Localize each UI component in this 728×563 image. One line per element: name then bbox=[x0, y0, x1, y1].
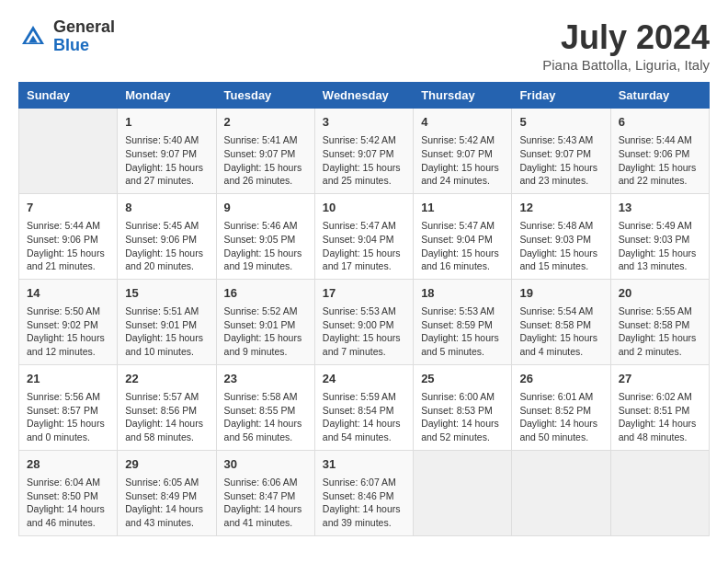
day-number: 7 bbox=[27, 200, 109, 216]
calendar-cell: 19Sunrise: 5:54 AM Sunset: 8:58 PM Dayli… bbox=[512, 279, 610, 364]
calendar-cell: 24Sunrise: 5:59 AM Sunset: 8:54 PM Dayli… bbox=[314, 364, 413, 450]
day-number: 23 bbox=[224, 371, 307, 387]
day-number: 30 bbox=[224, 456, 307, 473]
calendar-week: 21Sunrise: 5:56 AM Sunset: 8:57 PM Dayli… bbox=[19, 364, 710, 450]
day-number: 28 bbox=[27, 456, 109, 473]
day-number: 6 bbox=[619, 114, 701, 131]
calendar-cell: 13Sunrise: 5:49 AM Sunset: 9:03 PM Dayli… bbox=[610, 193, 709, 279]
logo-icon bbox=[18, 22, 48, 52]
calendar-cell: 8Sunrise: 5:45 AM Sunset: 9:06 PM Daylig… bbox=[118, 193, 216, 279]
day-number: 24 bbox=[323, 371, 405, 387]
day-number: 31 bbox=[323, 456, 405, 473]
day-info: Sunrise: 6:01 AM Sunset: 8:52 PM Dayligh… bbox=[519, 390, 602, 444]
day-number: 17 bbox=[323, 285, 405, 302]
day-info: Sunrise: 5:59 AM Sunset: 8:54 PM Dayligh… bbox=[323, 390, 405, 444]
day-info: Sunrise: 5:40 AM Sunset: 9:07 PM Dayligh… bbox=[125, 133, 208, 188]
logo-general: General bbox=[53, 17, 115, 36]
day-info: Sunrise: 5:51 AM Sunset: 9:01 PM Dayligh… bbox=[125, 304, 208, 359]
calendar-body: 1Sunrise: 5:40 AM Sunset: 9:07 PM Daylig… bbox=[19, 109, 710, 536]
day-number: 13 bbox=[619, 200, 701, 216]
day-info: Sunrise: 5:44 AM Sunset: 9:06 PM Dayligh… bbox=[619, 133, 701, 188]
calendar-cell: 3Sunrise: 5:42 AM Sunset: 9:07 PM Daylig… bbox=[314, 109, 413, 194]
calendar-cell: 14Sunrise: 5:50 AM Sunset: 9:02 PM Dayli… bbox=[19, 279, 118, 364]
day-number: 27 bbox=[619, 371, 701, 387]
calendar-cell: 20Sunrise: 5:55 AM Sunset: 8:58 PM Dayli… bbox=[610, 279, 709, 364]
day-header: Friday bbox=[512, 83, 610, 109]
calendar-cell: 22Sunrise: 5:57 AM Sunset: 8:56 PM Dayli… bbox=[118, 364, 216, 450]
day-info: Sunrise: 5:47 AM Sunset: 9:04 PM Dayligh… bbox=[421, 219, 504, 273]
day-header: Sunday bbox=[19, 83, 118, 109]
day-header: Wednesday bbox=[314, 83, 413, 109]
calendar-header: SundayMondayTuesdayWednesdayThursdayFrid… bbox=[19, 83, 710, 109]
day-header: Saturday bbox=[610, 83, 709, 109]
day-info: Sunrise: 5:53 AM Sunset: 8:59 PM Dayligh… bbox=[421, 304, 504, 359]
calendar-cell: 23Sunrise: 5:58 AM Sunset: 8:55 PM Dayli… bbox=[216, 364, 314, 450]
calendar-cell: 21Sunrise: 5:56 AM Sunset: 8:57 PM Dayli… bbox=[19, 364, 118, 450]
day-number: 10 bbox=[323, 200, 405, 216]
logo-blue: Blue bbox=[53, 36, 89, 54]
calendar-cell: 31Sunrise: 6:07 AM Sunset: 8:46 PM Dayli… bbox=[314, 450, 413, 535]
calendar-cell bbox=[414, 450, 512, 535]
day-number: 11 bbox=[421, 200, 504, 216]
day-info: Sunrise: 5:41 AM Sunset: 9:07 PM Dayligh… bbox=[224, 133, 307, 188]
day-info: Sunrise: 5:52 AM Sunset: 9:01 PM Dayligh… bbox=[224, 304, 307, 359]
calendar-cell: 9Sunrise: 5:46 AM Sunset: 9:05 PM Daylig… bbox=[216, 193, 314, 279]
calendar-cell bbox=[512, 450, 610, 535]
location: Piana Battolla, Liguria, Italy bbox=[542, 57, 710, 73]
day-number: 26 bbox=[519, 371, 602, 387]
day-number: 29 bbox=[125, 456, 208, 473]
calendar-cell: 18Sunrise: 5:53 AM Sunset: 8:59 PM Dayli… bbox=[414, 279, 512, 364]
day-info: Sunrise: 6:04 AM Sunset: 8:50 PM Dayligh… bbox=[27, 476, 109, 530]
day-number: 22 bbox=[125, 371, 208, 387]
calendar-cell: 26Sunrise: 6:01 AM Sunset: 8:52 PM Dayli… bbox=[512, 364, 610, 450]
logo: General Blue bbox=[18, 18, 115, 55]
day-header: Tuesday bbox=[216, 83, 314, 109]
day-info: Sunrise: 6:02 AM Sunset: 8:51 PM Dayligh… bbox=[619, 390, 701, 444]
calendar-week: 1Sunrise: 5:40 AM Sunset: 9:07 PM Daylig… bbox=[19, 109, 710, 194]
title-block: July 2024 Piana Battolla, Liguria, Italy bbox=[542, 18, 710, 73]
day-header: Monday bbox=[118, 83, 216, 109]
days-row: SundayMondayTuesdayWednesdayThursdayFrid… bbox=[19, 83, 710, 109]
day-info: Sunrise: 5:55 AM Sunset: 8:58 PM Dayligh… bbox=[619, 304, 701, 359]
day-info: Sunrise: 5:49 AM Sunset: 9:03 PM Dayligh… bbox=[619, 219, 701, 273]
calendar-cell bbox=[19, 109, 118, 194]
logo-text: General Blue bbox=[53, 18, 115, 55]
calendar-cell: 25Sunrise: 6:00 AM Sunset: 8:53 PM Dayli… bbox=[414, 364, 512, 450]
day-number: 21 bbox=[27, 371, 109, 387]
calendar-week: 28Sunrise: 6:04 AM Sunset: 8:50 PM Dayli… bbox=[19, 450, 710, 535]
day-info: Sunrise: 5:44 AM Sunset: 9:06 PM Dayligh… bbox=[27, 219, 109, 273]
calendar-cell: 12Sunrise: 5:48 AM Sunset: 9:03 PM Dayli… bbox=[512, 193, 610, 279]
calendar-cell: 6Sunrise: 5:44 AM Sunset: 9:06 PM Daylig… bbox=[610, 109, 709, 194]
day-number: 16 bbox=[224, 285, 307, 302]
day-info: Sunrise: 5:43 AM Sunset: 9:07 PM Dayligh… bbox=[519, 133, 602, 188]
day-info: Sunrise: 5:54 AM Sunset: 8:58 PM Dayligh… bbox=[519, 304, 602, 359]
day-info: Sunrise: 6:07 AM Sunset: 8:46 PM Dayligh… bbox=[323, 476, 405, 530]
calendar-week: 14Sunrise: 5:50 AM Sunset: 9:02 PM Dayli… bbox=[19, 279, 710, 364]
calendar-cell: 28Sunrise: 6:04 AM Sunset: 8:50 PM Dayli… bbox=[19, 450, 118, 535]
day-info: Sunrise: 5:47 AM Sunset: 9:04 PM Dayligh… bbox=[323, 219, 405, 273]
day-info: Sunrise: 5:46 AM Sunset: 9:05 PM Dayligh… bbox=[224, 219, 307, 273]
day-number: 2 bbox=[224, 114, 307, 131]
calendar-cell: 5Sunrise: 5:43 AM Sunset: 9:07 PM Daylig… bbox=[512, 109, 610, 194]
calendar-week: 7Sunrise: 5:44 AM Sunset: 9:06 PM Daylig… bbox=[19, 193, 710, 279]
day-number: 1 bbox=[125, 114, 208, 131]
calendar-cell bbox=[610, 450, 709, 535]
day-number: 15 bbox=[125, 285, 208, 302]
calendar-cell: 15Sunrise: 5:51 AM Sunset: 9:01 PM Dayli… bbox=[118, 279, 216, 364]
day-number: 3 bbox=[323, 114, 405, 131]
calendar-cell: 16Sunrise: 5:52 AM Sunset: 9:01 PM Dayli… bbox=[216, 279, 314, 364]
day-number: 4 bbox=[421, 114, 504, 131]
day-header: Thursday bbox=[414, 83, 512, 109]
page-header: General Blue July 2024 Piana Battolla, L… bbox=[18, 18, 710, 73]
calendar-cell: 2Sunrise: 5:41 AM Sunset: 9:07 PM Daylig… bbox=[216, 109, 314, 194]
day-info: Sunrise: 5:57 AM Sunset: 8:56 PM Dayligh… bbox=[125, 390, 208, 444]
calendar-cell: 29Sunrise: 6:05 AM Sunset: 8:49 PM Dayli… bbox=[118, 450, 216, 535]
day-number: 20 bbox=[619, 285, 701, 302]
calendar-cell: 7Sunrise: 5:44 AM Sunset: 9:06 PM Daylig… bbox=[19, 193, 118, 279]
day-number: 19 bbox=[519, 285, 602, 302]
day-number: 9 bbox=[224, 200, 307, 216]
day-number: 8 bbox=[125, 200, 208, 216]
day-info: Sunrise: 6:05 AM Sunset: 8:49 PM Dayligh… bbox=[125, 476, 208, 530]
day-info: Sunrise: 5:50 AM Sunset: 9:02 PM Dayligh… bbox=[27, 304, 109, 359]
calendar-cell: 17Sunrise: 5:53 AM Sunset: 9:00 PM Dayli… bbox=[314, 279, 413, 364]
